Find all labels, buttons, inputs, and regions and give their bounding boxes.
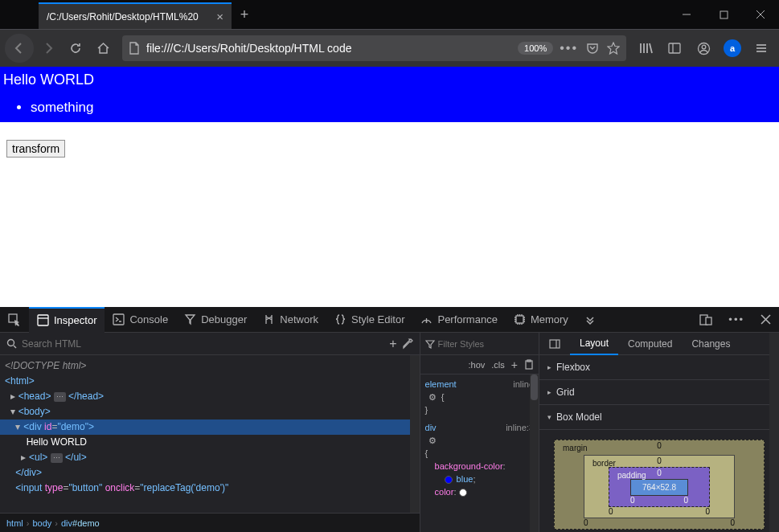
tab-debugger[interactable]: Debugger: [176, 307, 255, 333]
svg-point-7: [702, 45, 706, 49]
color-swatch[interactable]: [445, 476, 453, 484]
gear-icon[interactable]: ⚙: [428, 436, 437, 445]
minimize-button[interactable]: [668, 0, 705, 29]
demo-div: Hello WORLD something: [0, 67, 779, 122]
url-bar[interactable]: file:///C:/Users/Rohit/Desktop/HTML code…: [122, 35, 626, 61]
color-swatch[interactable]: [459, 489, 467, 497]
devtools-toolbar: Inspector Console Debugger Network Style…: [0, 307, 779, 333]
chevron-right-icon: ›: [27, 518, 30, 528]
scrollbar[interactable]: [769, 333, 779, 532]
svg-line-22: [14, 346, 16, 348]
maximize-button[interactable]: [705, 0, 742, 29]
library-button[interactable]: [633, 35, 658, 61]
account-button[interactable]: [691, 35, 716, 61]
filter-icon: [425, 339, 435, 349]
tab-network[interactable]: Network: [255, 307, 326, 333]
extension-abp-button[interactable]: a: [720, 35, 745, 61]
zoom-badge[interactable]: 100%: [518, 42, 553, 55]
breadcrumb[interactable]: html › body › div#demo: [0, 513, 420, 532]
pick-element-button[interactable]: [0, 307, 29, 333]
hov-toggle[interactable]: :hov: [469, 360, 486, 370]
filter-styles-input[interactable]: [438, 339, 534, 349]
svg-rect-25: [550, 340, 560, 348]
scrollbar[interactable]: [410, 355, 420, 513]
navigation-toolbar: file:///C:/Users/Rohit/Desktop/HTML code…: [0, 29, 779, 67]
dom-search-bar: +: [0, 333, 420, 355]
responsive-mode-button[interactable]: [691, 307, 720, 333]
css-pseudo-bar: :hov .cls +: [420, 355, 539, 374]
flexbox-section-header[interactable]: ▸Flexbox: [539, 355, 779, 379]
svg-point-21: [8, 340, 14, 346]
dom-panel: + <!DOCTYPE html> <html> ▸<head> ⋯ </hea…: [0, 333, 420, 532]
content-size: 764×52.8: [630, 479, 688, 496]
back-button[interactable]: [5, 34, 34, 63]
crumb-body[interactable]: body: [32, 518, 51, 528]
app-menu-button[interactable]: [748, 35, 774, 61]
svg-rect-16: [516, 316, 523, 323]
tab-strip-spacer: [0, 0, 39, 29]
subtab-computed[interactable]: Computed: [618, 333, 682, 355]
window-controls: [668, 0, 779, 29]
list-item: something: [31, 100, 779, 116]
devtools-panel: Inspector Console Debugger Network Style…: [0, 307, 779, 532]
gear-icon[interactable]: ⚙: [428, 392, 437, 402]
close-icon[interactable]: ×: [216, 10, 223, 23]
tab-memory[interactable]: Memory: [506, 307, 576, 333]
svg-rect-18: [706, 317, 711, 325]
css-rules-list[interactable]: element inline ⚙ { } div inline:3 ⚙ { ba…: [420, 374, 539, 532]
devtools-close-button[interactable]: [752, 307, 779, 333]
clipboard-icon[interactable]: [524, 359, 534, 370]
add-node-button[interactable]: +: [389, 337, 396, 351]
home-button[interactable]: [90, 35, 116, 61]
tab-style-editor[interactable]: Style Editor: [326, 307, 412, 333]
chevron-right-icon: ›: [55, 518, 58, 528]
document-icon: [129, 42, 140, 55]
crumb-html[interactable]: html: [6, 518, 23, 528]
close-window-button[interactable]: [742, 0, 779, 29]
grid-section-header[interactable]: ▸Grid: [539, 380, 779, 404]
css-rules-panel: :hov .cls + element inline ⚙ { } div inl…: [420, 333, 539, 532]
dom-tree[interactable]: <!DOCTYPE html> <html> ▸<head> ⋯ </head>…: [0, 355, 420, 513]
tab-console[interactable]: Console: [105, 307, 176, 333]
layout-panel: Layout Computed Changes ▸Flexbox ▸Grid ▾…: [539, 333, 779, 532]
overflow-tabs-button[interactable]: [576, 307, 604, 333]
page-heading: Hello WORLD: [0, 72, 779, 88]
window-titlebar: /C:/Users/Rohit/Desktop/HTML%20 × +: [0, 0, 779, 29]
bookmark-star-icon[interactable]: [607, 42, 620, 55]
tab-title: /C:/Users/Rohit/Desktop/HTML%20: [47, 11, 211, 23]
pocket-icon[interactable]: [586, 42, 599, 55]
search-icon: [6, 338, 17, 349]
more-icon[interactable]: •••: [560, 41, 578, 55]
subtab-changes[interactable]: Changes: [682, 333, 740, 355]
boxmodel-section-header[interactable]: ▾Box Model: [539, 405, 779, 429]
svg-point-15: [426, 321, 428, 323]
plus-icon: +: [240, 6, 249, 23]
css-filter-bar: [420, 333, 539, 355]
crumb-div[interactable]: div#demo: [61, 518, 100, 528]
search-html-input[interactable]: [22, 338, 384, 350]
reload-button[interactable]: [63, 35, 88, 61]
tab-performance[interactable]: Performance: [412, 307, 505, 333]
box-model-diagram[interactable]: margin 0 border 0 padding 0 764×52.8 00 …: [539, 430, 779, 532]
scrollbar[interactable]: [530, 374, 539, 532]
add-rule-button[interactable]: +: [511, 358, 518, 371]
transform-button[interactable]: [6, 140, 65, 158]
url-text: file:///C:/Users/Rohit/Desktop/HTML code: [146, 42, 513, 55]
toggle-panel-button[interactable]: [539, 333, 570, 355]
svg-rect-1: [720, 11, 728, 18]
page-viewport: Hello WORLD something: [0, 67, 779, 307]
sidebar-button[interactable]: [662, 35, 687, 61]
forward-button[interactable]: [35, 35, 61, 61]
demo-list: something: [31, 100, 779, 116]
cls-toggle[interactable]: .cls: [491, 360, 505, 370]
svg-rect-12: [38, 315, 48, 325]
layout-subtabs: Layout Computed Changes: [539, 333, 779, 355]
svg-rect-4: [669, 43, 680, 53]
eyedropper-button[interactable]: [402, 338, 413, 350]
devtools-menu-button[interactable]: •••: [720, 307, 752, 333]
new-tab-button[interactable]: +: [232, 0, 257, 29]
browser-tab[interactable]: /C:/Users/Rohit/Desktop/HTML%20 ×: [39, 2, 232, 29]
tab-inspector[interactable]: Inspector: [29, 307, 105, 333]
subtab-layout[interactable]: Layout: [570, 333, 618, 355]
